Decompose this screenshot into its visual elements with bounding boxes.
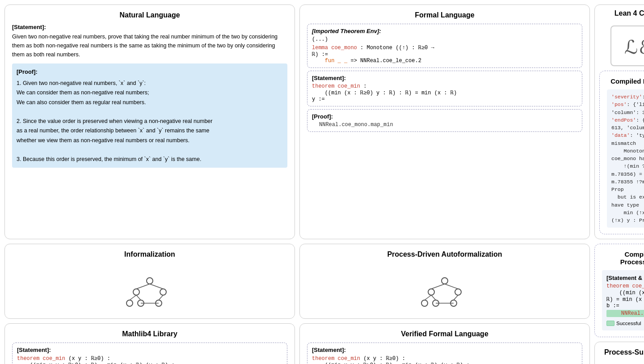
fl-imported-section: [Imported Theorem Env]: (...) lemma coe_… [307,24,582,68]
mathlib4-card: Mathlib4 Library [Statement]: theorem co… [4,323,295,364]
svg-line-20 [445,284,458,289]
svg-line-8 [150,284,163,289]
lean-title: Lean 4 Compiler [615,9,644,17]
svg-line-11 [159,295,163,300]
fl-theorem: theorem coe_min : ((min (x : ℝ≥0) y : ℝ)… [312,83,577,102]
fl-proof-section: [Proof]: NNReal.coe_mono.map_min [307,109,582,132]
nl-proof-label: [Proof]: [17,67,283,77]
natural-language-card: Natural Language [Statement]: Given two … [4,4,295,239]
fl-imported-label: [Imported Theorem Env]: [312,28,577,34]
nl-statement-label: [Statement]: [12,24,287,30]
process-driven-icon-area [307,263,582,312]
svg-point-14 [428,289,434,295]
verified-statement-section: [Statement]: theorem coe_min (x y : ℝ≥0)… [307,343,582,364]
fl-lemma: lemma coe_mono : Monotone ((↑) : ℝ≥0 → ℝ… [312,44,577,64]
svg-text:ℒℰ∧ℕ: ℒℰ∧ℕ [624,37,644,58]
cg-sp-label: [Statement & Proof]: [606,275,644,281]
svg-point-18 [421,300,428,306]
nl-proof-content: 1. Given two non-negative real numbers, … [17,79,283,164]
process-driven-card: Process-Driven Autoformalization [299,244,590,319]
verifier-icon-area: ⊕ [602,361,644,364]
mathlib-statement-section: [Statement]: theorem coe_min (x y : ℝ≥0)… [12,343,287,364]
svg-line-10 [130,295,136,300]
feedback-content: 'severity': 'error', 'pos': {'line': 613… [607,89,644,228]
feedback-title: Compiled Feedback [607,77,644,85]
svg-point-1 [147,278,153,284]
nl-title: Natural Language [12,11,287,19]
verifier-card: Process-Supervised Verifier [594,342,644,364]
fl-proof-line: NNReal.coe_mono.map_min [312,122,577,128]
process-driven-title: Process-Driven Autoformalization [307,250,582,258]
svg-point-2 [133,289,139,295]
mathlib-theorem: theorem coe_min (x y : ℝ≥0) : ((min x y … [17,355,282,364]
fl-title: Formal Language [307,11,582,19]
informalization-title: Informalization [12,250,287,258]
compiler-guided-title: Compiler-GuidedProcess Annotation [602,250,644,266]
lean-logo-box: ℒℰ∧ℕ [610,25,644,66]
fl-statement-section: [Statement]: theorem coe_min : ((min (x … [307,71,582,106]
svg-line-9 [136,295,141,300]
svg-point-6 [126,300,133,306]
feedback-text: 'severity': 'error', 'pos': {'line': 613… [611,93,644,224]
legend-successful: Successful [606,321,641,326]
svg-point-15 [455,289,461,295]
verified-theorem: theorem coe_min (x y : ℝ≥0) : ((min x y … [312,355,577,364]
verified-statement-label: [Statement]: [312,347,577,353]
informalization-icon-area [12,263,287,312]
fl-proof-label: [Proof]: [312,113,577,120]
svg-line-21 [431,295,436,300]
cg-theorem: theorem coe_min : ((min (x : ℝ≥0) y : ℝ)… [606,283,644,303]
fl-statement-label: [Statement]: [312,75,577,81]
lean-logo-icon: ℒℰ∧ℕ [622,34,644,58]
lean-compiler-card: Lean 4 Compiler ℒℰ∧ℕ Compiled Feedback '… [594,4,644,239]
svg-point-13 [442,278,448,284]
mathlib-statement-label: [Statement]: [17,347,282,353]
compiled-feedback-card: Compiled Feedback 'severity': 'error', '… [599,71,644,234]
compiler-guided-content: [Statement & Proof]: theorem coe_min : (… [602,270,644,330]
informalization-card: Informalization [4,244,295,319]
fl-imported-dots: (...) [312,36,577,42]
compiler-guided-card: Compiler-GuidedProcess Annotation [State… [594,244,644,337]
formal-language-card: Formal Language [Imported Theorem Env]: … [299,4,590,239]
svg-line-7 [136,284,150,289]
verified-fl-card: Verified Formal Language [Statement]: th… [299,323,590,364]
legend-green-box [606,321,615,326]
mathlib4-title: Mathlib4 Library [12,330,287,338]
cg-proof-line: NNReal.coe_mono.map_min [606,310,644,317]
svg-line-23 [454,295,458,300]
svg-line-19 [431,284,445,289]
nl-statement-text: Given two non-negative real numbers, pro… [12,32,287,59]
svg-point-3 [160,289,166,295]
svg-line-22 [425,295,431,300]
nl-proof-block: [Proof]: 1. Given two non-negative real … [12,63,287,168]
network-graph-icon-2 [420,272,469,308]
verifier-title: Process-Supervised Verifier [602,348,644,356]
legend-row: Successful Compile error [606,321,644,326]
verified-fl-title: Verified Formal Language [307,330,582,338]
legend-successful-label: Successful [616,321,641,326]
cg-b-line: b := [606,303,644,309]
network-graph-icon [125,272,174,308]
